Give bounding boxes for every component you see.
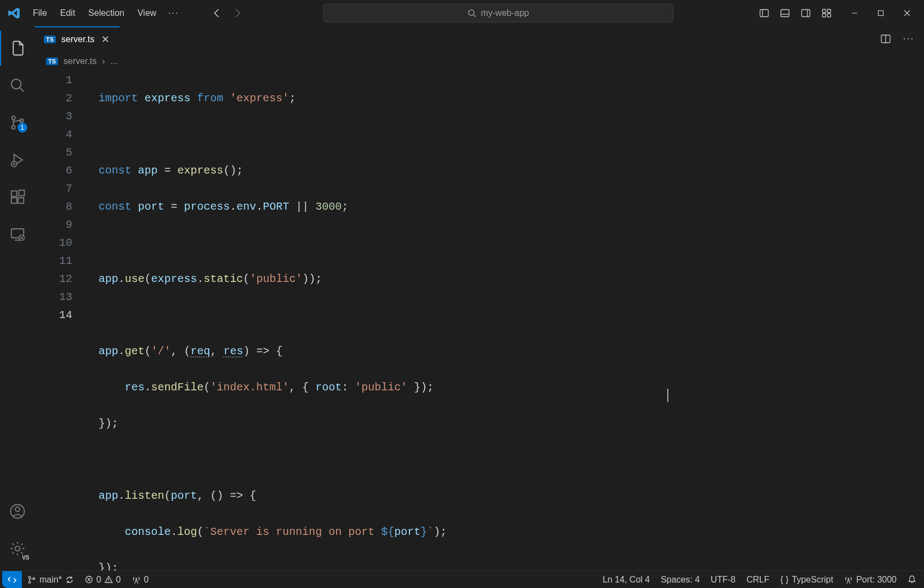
typescript-badge-icon: TS <box>44 36 56 43</box>
status-indentation[interactable]: Spaces: 4 <box>655 575 705 585</box>
remote-indicator-icon[interactable] <box>2 571 22 588</box>
svg-rect-4 <box>781 10 789 17</box>
window-minimize-icon[interactable] <box>842 3 867 23</box>
tabs-bar: TS server.ts ✕ ··· <box>35 26 924 51</box>
editor-more-icon[interactable]: ··· <box>899 29 919 49</box>
svg-point-46 <box>135 578 137 579</box>
status-encoding[interactable]: UTF-8 <box>705 575 741 585</box>
source-control-badge: 1 <box>18 123 27 132</box>
port-count-left: 0 <box>144 575 149 585</box>
status-port[interactable]: Port: 3000 <box>839 575 902 585</box>
menu-file[interactable]: File <box>26 5 54 21</box>
tab-filename: server.ts <box>61 34 94 44</box>
svg-point-0 <box>469 10 474 15</box>
svg-rect-8 <box>822 9 825 13</box>
svg-point-47 <box>848 578 850 579</box>
title-bar: File Edit Selection View ··· my-web-app <box>0 0 924 26</box>
activity-run-debug-icon[interactable] <box>0 142 35 177</box>
language-mode: TypeScript <box>792 575 834 585</box>
line-number-gutter: 1 2 3 4 5 6 7 8 9 10 11 12 13 14 <box>35 71 88 570</box>
menu-bar: File Edit Selection View ··· <box>26 5 184 21</box>
warning-count: 0 <box>116 575 121 585</box>
editor-tab[interactable]: TS server.ts ✕ <box>35 26 120 51</box>
layout-sidebar-right-icon[interactable] <box>796 3 816 23</box>
svg-point-39 <box>28 581 31 583</box>
svg-rect-9 <box>827 9 830 13</box>
window-maximize-icon[interactable] <box>868 3 893 23</box>
svg-rect-6 <box>801 10 810 17</box>
svg-rect-13 <box>878 11 883 16</box>
svg-point-16 <box>11 79 21 89</box>
settings-badge: VS <box>21 555 30 561</box>
radio-tower-icon <box>844 575 853 584</box>
search-text: my-web-app <box>481 8 529 18</box>
search-icon <box>467 9 476 18</box>
port-number: Port: 3000 <box>856 575 897 585</box>
typescript-badge-icon: TS <box>46 57 58 65</box>
warning-icon <box>105 575 113 584</box>
status-problems[interactable]: 0 0 <box>79 571 126 588</box>
svg-rect-2 <box>760 10 768 17</box>
error-icon <box>85 575 93 584</box>
activity-remote-explorer-icon[interactable] <box>0 217 35 252</box>
svg-line-17 <box>19 88 24 92</box>
activity-source-control-icon[interactable]: 1 <box>0 105 35 140</box>
branch-name: main* <box>39 575 62 585</box>
split-editor-icon[interactable] <box>876 29 896 49</box>
nav-arrows <box>209 4 246 22</box>
svg-point-34 <box>15 507 20 511</box>
status-forwarded-ports[interactable]: 0 <box>126 571 154 588</box>
menu-view[interactable]: View <box>131 5 163 21</box>
braces-icon: { } <box>780 575 788 585</box>
command-center-search[interactable]: my-web-app <box>323 4 673 22</box>
svg-line-1 <box>473 15 476 17</box>
breadcrumb[interactable]: TS server.ts › ... <box>35 51 924 71</box>
code-editor[interactable]: 1 2 3 4 5 6 7 8 9 10 11 12 13 14 import … <box>35 71 924 570</box>
breadcrumb-ellipsis: ... <box>111 56 118 66</box>
nav-back-icon[interactable] <box>209 4 226 22</box>
activity-search-icon[interactable] <box>0 68 35 103</box>
svg-rect-24 <box>11 191 16 197</box>
svg-point-38 <box>28 576 31 578</box>
breadcrumb-separator-icon: › <box>102 56 105 66</box>
activity-explorer-icon[interactable] <box>0 31 35 66</box>
main-area: 1 VS TS server.ts ✕ <box>0 26 924 570</box>
svg-point-18 <box>11 116 15 119</box>
editor-group: TS server.ts ✕ ··· TS server.ts › ... <box>35 26 924 570</box>
menu-selection[interactable]: Selection <box>82 5 131 21</box>
activity-settings-icon[interactable]: VS <box>0 531 35 566</box>
layout-controls <box>754 3 836 23</box>
svg-rect-25 <box>11 198 16 203</box>
sync-icon[interactable] <box>65 575 74 584</box>
svg-rect-11 <box>827 14 830 17</box>
activity-extensions-icon[interactable] <box>0 180 35 215</box>
activity-accounts-icon[interactable] <box>0 494 35 529</box>
window-controls <box>842 3 920 23</box>
status-language[interactable]: { } TypeScript <box>775 575 839 585</box>
svg-rect-26 <box>18 198 24 203</box>
status-notifications-icon[interactable] <box>902 575 922 584</box>
error-count: 0 <box>96 575 101 585</box>
status-cursor-position[interactable]: Ln 14, Col 4 <box>597 575 655 585</box>
text-cursor-icon <box>667 389 668 402</box>
activity-bar: 1 VS <box>0 26 35 570</box>
svg-point-19 <box>11 126 15 129</box>
tab-close-icon[interactable]: ✕ <box>100 32 111 47</box>
menu-more-icon[interactable]: ··· <box>163 5 184 21</box>
radio-tower-icon <box>132 575 141 584</box>
svg-point-35 <box>15 546 20 551</box>
status-eol[interactable]: CRLF <box>741 575 775 585</box>
code-content[interactable]: import express from 'express'; const app… <box>88 71 924 570</box>
svg-rect-27 <box>19 191 24 196</box>
status-branch[interactable]: main* <box>22 571 79 588</box>
customize-layout-icon[interactable] <box>817 3 836 23</box>
layout-panel-icon[interactable] <box>775 3 795 23</box>
nav-forward-icon[interactable] <box>228 4 246 22</box>
breadcrumb-filename: server.ts <box>63 56 96 66</box>
layout-sidebar-left-icon[interactable] <box>754 3 774 23</box>
window-close-icon[interactable] <box>894 3 920 23</box>
menu-edit[interactable]: Edit <box>54 5 82 21</box>
svg-rect-10 <box>822 14 825 17</box>
vscode-logo-icon <box>4 7 24 20</box>
status-bar: main* 0 0 0 Ln 14, Col 4 Spaces: 4 UTF-8… <box>0 570 924 588</box>
